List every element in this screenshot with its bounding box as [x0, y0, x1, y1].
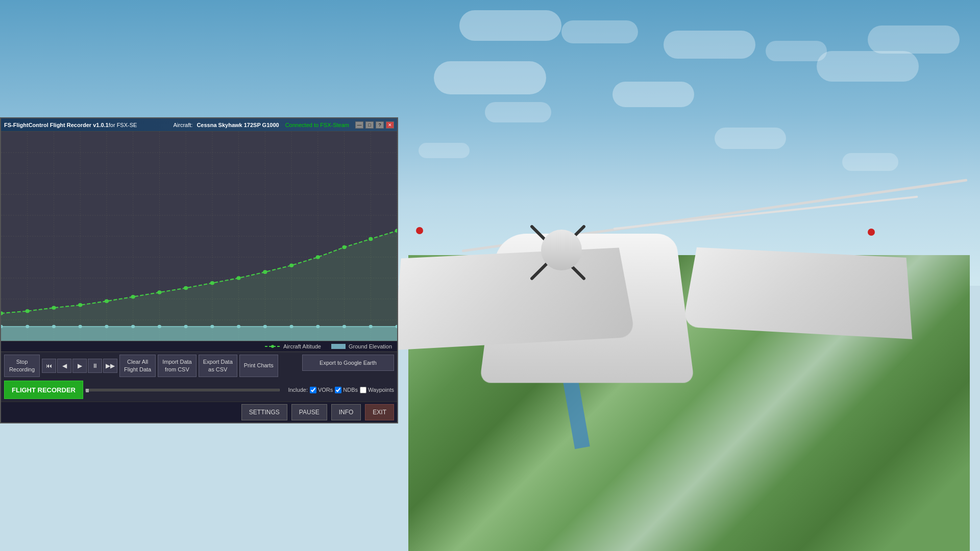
pause-button[interactable]: ⏸ — [88, 359, 102, 373]
chart-legend: Aircraft Altitude Ground Elevation — [1, 341, 397, 352]
waypoints-label: Waypoints — [368, 387, 394, 393]
export-csv-button[interactable]: Export Data as CSV — [199, 355, 237, 377]
svg-point-48 — [105, 299, 109, 304]
svg-point-51 — [184, 286, 188, 290]
svg-point-57 — [342, 245, 346, 249]
stop-recording-button[interactable]: Stop Recording — [4, 355, 40, 377]
settings-button[interactable]: SETTINGS — [241, 404, 287, 420]
connection-status: Connected to FSX-Steam — [285, 122, 349, 128]
export-google-earth-button[interactable]: Export to Google Earth — [302, 355, 394, 371]
controls-middle-row: FLIGHT RECORDER Include: VORs NDBs — [1, 380, 397, 402]
ndbs-label: NDBs — [343, 387, 358, 393]
svg-point-61 — [271, 345, 274, 348]
legend-aircraft-icon — [265, 343, 280, 349]
vors-checkbox-item: VORs — [310, 387, 333, 393]
close-button[interactable]: ✕ — [386, 121, 394, 129]
import-csv-button[interactable]: Import Data from CSV — [158, 355, 196, 377]
svg-point-54 — [263, 270, 267, 274]
play-button[interactable]: ▶ — [72, 359, 87, 373]
svg-point-53 — [236, 276, 240, 280]
svg-point-49 — [131, 295, 135, 299]
aircraft-label: Aircraft: — [174, 122, 193, 128]
restore-button[interactable]: □ — [365, 121, 374, 129]
previous-button[interactable]: ◀ — [57, 359, 71, 373]
aircraft-name: Cessna Skyhawk 172SP G1000 — [197, 122, 279, 128]
svg-point-52 — [210, 281, 214, 285]
legend-aircraft-label: Aircraft Altitude — [283, 343, 321, 349]
waypoints-checkbox-item: Waypoints — [360, 387, 394, 393]
svg-point-55 — [289, 263, 293, 267]
fast-forward-button[interactable]: ▶▶ — [103, 359, 117, 373]
svg-point-58 — [369, 237, 373, 241]
svg-point-46 — [52, 306, 56, 310]
app-title-suffix: for FSX-SE — [109, 122, 137, 128]
minimize-button[interactable]: — — [355, 121, 363, 129]
flight-recorder-button[interactable]: FLIGHT RECORDER — [4, 381, 83, 399]
ndbs-checkbox-item: NDBs — [335, 387, 358, 393]
controls-section: Stop Recording ⏮ ◀ ▶ ⏸ ▶▶ Clear All Flig… — [1, 352, 397, 422]
waypoints-checkbox[interactable] — [360, 387, 366, 393]
legend-ground-swatch — [331, 344, 346, 349]
legend-ground: Ground Elevation — [331, 343, 392, 349]
vors-checkbox[interactable] — [310, 387, 316, 393]
recorder-window: FS-FlightControl Flight Recorder v1.0.1f… — [0, 117, 398, 423]
title-bar: FS-FlightControl Flight Recorder v1.0.1f… — [1, 118, 397, 132]
svg-point-47 — [78, 303, 82, 307]
svg-point-50 — [157, 290, 161, 294]
info-button[interactable]: INFO — [331, 404, 361, 420]
legend-ground-label: Ground Elevation — [349, 343, 392, 349]
controls-bottom-row: SETTINGS PAUSE INFO EXIT — [1, 402, 397, 422]
vors-label: VORs — [318, 387, 333, 393]
clear-all-button[interactable]: Clear All Flight Data — [119, 355, 156, 377]
help-button[interactable]: ? — [376, 121, 384, 129]
ndbs-checkbox[interactable] — [335, 387, 341, 393]
print-charts-button[interactable]: Print Charts — [239, 355, 278, 377]
progress-slider[interactable] — [85, 389, 280, 391]
rewind-button[interactable]: ⏮ — [42, 359, 56, 373]
app-title-bold: FS-FlightControl Flight Recorder v1.0.1 — [4, 122, 109, 128]
legend-aircraft: Aircraft Altitude — [265, 343, 321, 349]
transport-controls: ⏮ ◀ ▶ ⏸ ▶▶ — [42, 355, 117, 377]
include-section: Include: VORs NDBs Waypoints — [284, 387, 394, 393]
chart-container: Altitude (ft) 1000 0 — [1, 132, 397, 341]
pause-bottom-button[interactable]: PAUSE — [291, 404, 327, 420]
include-label: Include: — [288, 387, 308, 393]
svg-point-56 — [316, 255, 320, 259]
svg-point-45 — [26, 309, 30, 313]
chart-svg — [1, 132, 397, 341]
exit-button[interactable]: EXIT — [365, 404, 394, 420]
controls-top-row: Stop Recording ⏮ ◀ ▶ ⏸ ▶▶ Clear All Flig… — [1, 352, 397, 380]
